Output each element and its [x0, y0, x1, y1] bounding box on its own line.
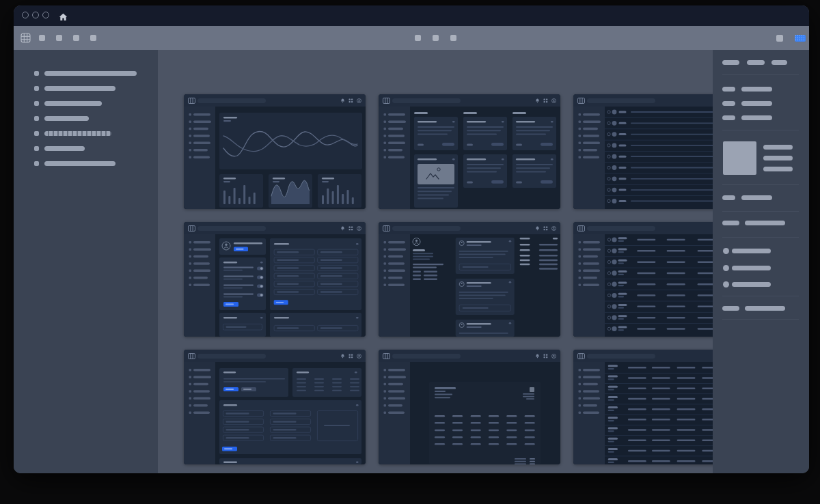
bell-icon: [340, 226, 345, 231]
home-button[interactable]: [59, 12, 68, 24]
search-bar: [587, 98, 655, 103]
thumbnail-form-detail[interactable]: [184, 350, 366, 464]
bell-icon: [535, 98, 540, 103]
thumbnail-topbar: [379, 94, 560, 107]
window-control-3[interactable]: [42, 12, 49, 18]
panel-label: [722, 195, 735, 200]
gallery-canvas: [158, 50, 809, 473]
thumbnail-settings-forms[interactable]: [184, 222, 366, 337]
bell-icon: [340, 98, 345, 103]
sidebar-item-6[interactable]: [34, 146, 158, 151]
panel-value: [741, 87, 772, 92]
sidebar-toggle-icon: [577, 353, 585, 359]
thumbnail-topbar: [184, 350, 366, 362]
panel-label: [722, 221, 739, 225]
toolbar-tool-3[interactable]: [73, 35, 79, 41]
avatar-icon: [551, 354, 556, 359]
panel-button-1[interactable]: [722, 60, 739, 65]
panel-button-3[interactable]: [771, 60, 787, 65]
bullet-icon: [34, 101, 39, 106]
thumbnail-grid: [184, 94, 755, 464]
apps-grid-icon: [543, 98, 548, 103]
sidebar-item-7[interactable]: [34, 161, 158, 166]
panel-option-3[interactable]: [732, 282, 771, 287]
thumbnail-kanban-board[interactable]: [379, 94, 560, 209]
thumbnail-preview: [379, 107, 560, 209]
sidebar-item-5[interactable]: [34, 131, 158, 136]
avatar-icon: [357, 226, 361, 231]
apps-grid-icon: [543, 354, 548, 359]
sidebar-item-1[interactable]: [34, 71, 158, 76]
primary-action-button[interactable]: [795, 35, 806, 42]
home-icon: [59, 13, 68, 21]
toolbar-tool-1[interactable]: [39, 35, 45, 41]
bell-icon: [535, 354, 540, 359]
toolbar-tool-4[interactable]: [90, 35, 96, 41]
thumbnail-topbar: [379, 222, 560, 234]
panel-option-1[interactable]: [732, 249, 771, 253]
toolbar-center-tool-2[interactable]: [433, 35, 439, 41]
panel-divider: [722, 184, 799, 185]
panel-option-2[interactable]: [732, 266, 771, 270]
app-window: [14, 5, 809, 473]
sidebar-toggle-icon: [577, 225, 585, 232]
bullet-icon: [34, 86, 39, 91]
bullet-icon: [34, 71, 39, 76]
thumbnail-topbar: [379, 350, 560, 362]
search-bar: [197, 354, 266, 359]
sidebar-item-label-placeholder: [44, 71, 137, 76]
app-logo-grid-icon[interactable]: [20, 33, 31, 46]
panel-image-thumbnail[interactable]: [723, 141, 756, 175]
avatar-icon: [551, 98, 556, 103]
app-body: [14, 50, 809, 473]
thumbnail-preview: [184, 234, 366, 337]
panel-bullet-icon: [723, 281, 729, 288]
toolbar: [14, 26, 809, 50]
panel-divider: [722, 296, 799, 296]
window-control-1[interactable]: [22, 12, 29, 18]
toolbar-tool-2[interactable]: [56, 35, 62, 41]
panel-divider: [722, 237, 799, 238]
bell-icon: [535, 226, 540, 231]
search-bar: [392, 98, 461, 103]
sidebar-item-4[interactable]: [34, 116, 158, 121]
toolbar-center-tool-3[interactable]: [450, 35, 456, 41]
panel-divider: [722, 211, 799, 212]
panel-label: [722, 87, 735, 92]
search-bar: [197, 226, 266, 231]
panel-label: [722, 306, 739, 311]
sidebar-item-label-placeholder: [44, 146, 85, 151]
panel-label: [722, 115, 735, 120]
panel-divider: [722, 130, 799, 130]
thumbnail-social-feed[interactable]: [379, 222, 560, 337]
thumbnail-invoice-document[interactable]: [379, 350, 560, 464]
panel-value: [741, 101, 772, 106]
sidebar-toggle-icon: [383, 98, 390, 104]
sidebar-toggle-icon: [383, 353, 390, 359]
sidebar-item-label-placeholder: [44, 161, 115, 166]
sidebar-toggle-icon: [188, 98, 195, 104]
bullet-icon: [34, 116, 39, 121]
thumbnail-preview: [379, 362, 560, 464]
sidebar-item-2[interactable]: [34, 86, 158, 91]
search-bar: [197, 98, 266, 103]
toolbar-right-tool-1[interactable]: [776, 35, 783, 42]
thumbnail-analytics-dashboard[interactable]: [184, 94, 366, 209]
apps-grid-icon: [348, 98, 353, 103]
bullet-icon: [34, 146, 39, 151]
panel-value: [745, 221, 785, 225]
avatar-icon: [551, 226, 556, 231]
sidebar-toggle-icon: [188, 353, 195, 359]
toolbar-center-tool-1[interactable]: [415, 35, 421, 41]
window-control-2[interactable]: [32, 12, 39, 18]
apps-grid-icon: [543, 226, 548, 231]
bell-icon: [340, 354, 345, 359]
panel-image-caption-line: [763, 167, 793, 171]
panel-bullet-icon: [723, 265, 729, 271]
sidebar-item-3[interactable]: [34, 101, 158, 106]
sidebar-item-label-placeholder: [44, 86, 115, 91]
panel-button-2[interactable]: [747, 60, 765, 65]
sidebar-item-label-placeholder: [44, 116, 89, 121]
thumbnail-preview: [379, 234, 560, 337]
thumbnail-preview: [184, 107, 366, 209]
